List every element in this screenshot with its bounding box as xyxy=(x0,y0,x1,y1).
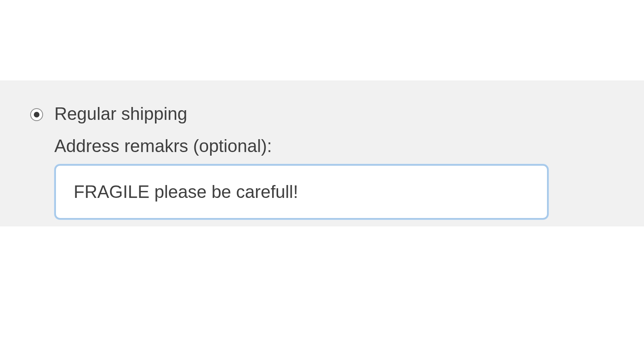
address-remarks-block: Address remakrs (optional): xyxy=(54,136,628,220)
address-remarks-label: Address remakrs (optional): xyxy=(54,136,628,156)
bottom-spacer xyxy=(0,226,644,362)
shipping-form-panel: Regular shipping Address remakrs (option… xyxy=(0,80,644,226)
shipping-option-regular-label: Regular shipping xyxy=(54,104,187,124)
address-remarks-input[interactable] xyxy=(54,164,549,220)
top-spacer xyxy=(0,0,644,80)
radio-icon xyxy=(30,108,43,121)
radio-dot-icon xyxy=(34,112,39,117)
shipping-option-regular[interactable]: Regular shipping xyxy=(30,104,628,124)
